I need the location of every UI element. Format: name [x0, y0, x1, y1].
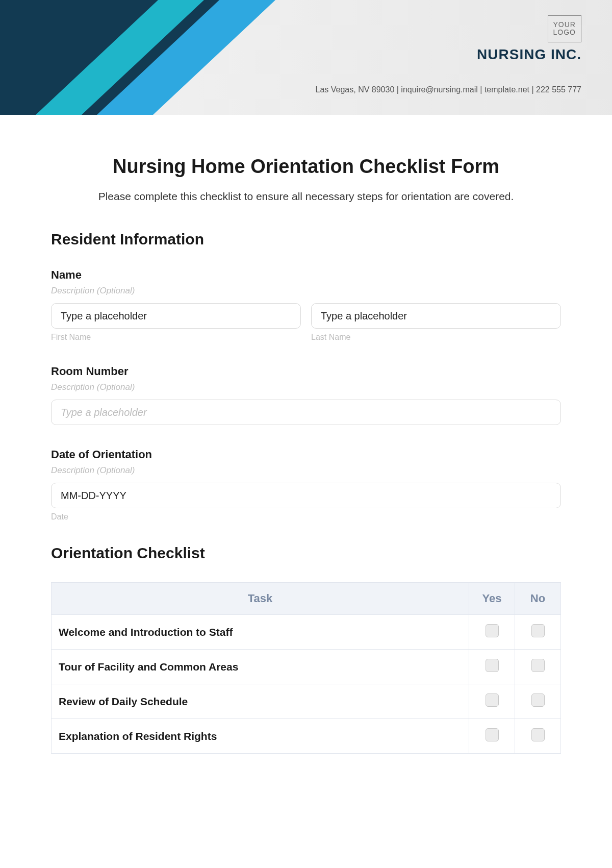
th-no: No — [515, 583, 561, 615]
checkbox-no[interactable] — [531, 693, 545, 707]
task-cell: Welcome and Introduction to Staff — [52, 615, 469, 650]
logo-text-2: LOGO — [553, 28, 576, 36]
page-body: Nursing Home Orientation Checklist Form … — [0, 115, 612, 774]
last-name-input[interactable] — [311, 303, 561, 329]
task-cell: Explanation of Resident Rights — [52, 719, 469, 754]
checkbox-no[interactable] — [531, 659, 545, 672]
checkbox-yes[interactable] — [486, 659, 499, 672]
checkbox-no[interactable] — [531, 728, 545, 741]
yes-cell — [469, 719, 515, 754]
no-cell — [515, 719, 561, 754]
page-title: Nursing Home Orientation Checklist Form — [51, 156, 561, 178]
checkbox-yes[interactable] — [486, 728, 499, 741]
logo-text-1: YOUR — [553, 20, 576, 29]
checkbox-no[interactable] — [531, 624, 545, 637]
section-checklist: Orientation Checklist — [51, 544, 561, 562]
no-cell — [515, 684, 561, 719]
first-name-input[interactable] — [51, 303, 301, 329]
task-cell: Tour of Facility and Common Areas — [52, 650, 469, 684]
no-cell — [515, 650, 561, 684]
checkbox-yes[interactable] — [486, 693, 499, 707]
field-date-desc: Description (Optional) — [51, 465, 561, 476]
table-row: Tour of Facility and Common Areas — [52, 650, 561, 684]
company-name: NURSING INC. — [477, 46, 581, 63]
field-date-label: Date of Orientation — [51, 448, 561, 461]
section-resident-info: Resident Information — [51, 231, 561, 248]
logo-placeholder: YOUR LOGO — [548, 15, 581, 42]
checkbox-yes[interactable] — [486, 624, 499, 637]
table-row: Review of Daily Schedule — [52, 684, 561, 719]
no-cell — [515, 615, 561, 650]
field-room-label: Room Number — [51, 365, 561, 378]
checklist-table: Task Yes No Welcome and Introduction to … — [51, 582, 561, 754]
field-name-label: Name — [51, 268, 561, 282]
date-input[interactable] — [51, 483, 561, 508]
th-yes: Yes — [469, 583, 515, 615]
page-subtitle: Please complete this checklist to ensure… — [51, 190, 561, 203]
logo-area: YOUR LOGO NURSING INC. — [477, 15, 581, 63]
header-banner: YOUR LOGO NURSING INC. Las Vegas, NV 890… — [0, 0, 612, 115]
contact-info: Las Vegas, NV 89030 | inquire@nursing.ma… — [316, 85, 581, 94]
yes-cell — [469, 615, 515, 650]
field-name: Name Description (Optional) First Name L… — [51, 268, 561, 342]
field-room: Room Number Description (Optional) — [51, 365, 561, 425]
yes-cell — [469, 684, 515, 719]
field-name-desc: Description (Optional) — [51, 286, 561, 296]
table-row: Explanation of Resident Rights — [52, 719, 561, 754]
date-sublabel: Date — [51, 512, 561, 522]
room-number-input[interactable] — [51, 400, 561, 425]
yes-cell — [469, 650, 515, 684]
task-cell: Review of Daily Schedule — [52, 684, 469, 719]
field-date: Date of Orientation Description (Optiona… — [51, 448, 561, 522]
first-name-sublabel: First Name — [51, 333, 301, 342]
field-room-desc: Description (Optional) — [51, 382, 561, 392]
table-row: Welcome and Introduction to Staff — [52, 615, 561, 650]
th-task: Task — [52, 583, 469, 615]
last-name-sublabel: Last Name — [311, 333, 561, 342]
